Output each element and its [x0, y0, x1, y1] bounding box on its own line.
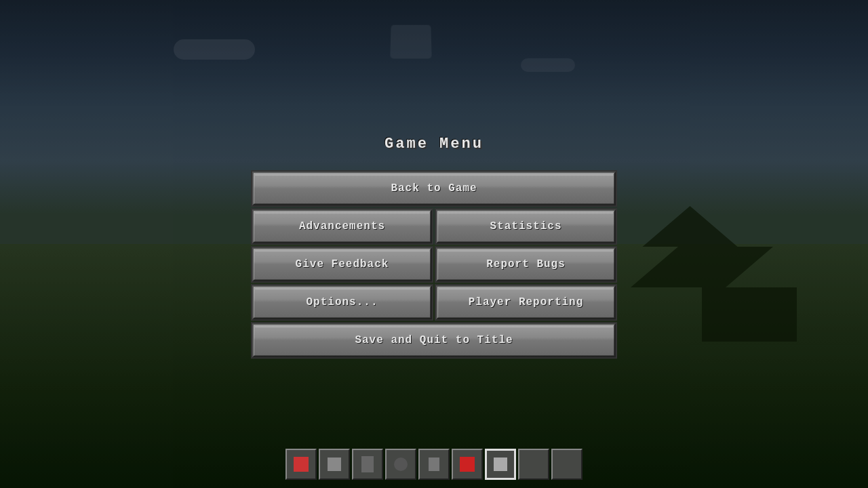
- hotbar-item-4: [394, 458, 408, 471]
- hotbar-slot-7[interactable]: [485, 449, 516, 480]
- back-to-game-button[interactable]: Back to Game: [252, 171, 616, 205]
- statistics-button[interactable]: Statistics: [436, 209, 616, 243]
- hotbar-item-6: [460, 457, 475, 472]
- hotbar-slot-1[interactable]: [285, 449, 317, 480]
- hotbar-item-1: [294, 457, 309, 472]
- save-and-quit-button[interactable]: Save and Quit to Title: [252, 323, 616, 357]
- hotbar-slot-6[interactable]: [452, 449, 483, 480]
- hotbar-item-7: [494, 458, 507, 471]
- row-options-reporting: Options... Player Reporting: [252, 285, 616, 319]
- hotbar-slot-9[interactable]: [551, 449, 583, 480]
- hotbar-item-2: [328, 458, 341, 471]
- hotbar-slot-2[interactable]: [319, 449, 350, 480]
- player-reporting-button[interactable]: Player Reporting: [436, 285, 616, 319]
- hotbar-item-5: [429, 458, 439, 471]
- game-menu: Game Menu Back to Game Advancements Stat…: [244, 136, 624, 361]
- hotbar-item-3: [361, 456, 374, 472]
- hotbar: [285, 449, 583, 480]
- hotbar-slot-8[interactable]: [518, 449, 549, 480]
- hotbar-slot-3[interactable]: [352, 449, 383, 480]
- advancements-button[interactable]: Advancements: [252, 209, 432, 243]
- options-button[interactable]: Options...: [252, 285, 432, 319]
- give-feedback-button[interactable]: Give Feedback: [252, 247, 432, 281]
- row-feedback-bugs: Give Feedback Report Bugs: [252, 247, 616, 281]
- hotbar-slot-4[interactable]: [385, 449, 416, 480]
- hotbar-slot-5[interactable]: [418, 449, 450, 480]
- game-menu-title: Game Menu: [384, 136, 484, 152]
- row-advancements-statistics: Advancements Statistics: [252, 209, 616, 243]
- report-bugs-button[interactable]: Report Bugs: [436, 247, 616, 281]
